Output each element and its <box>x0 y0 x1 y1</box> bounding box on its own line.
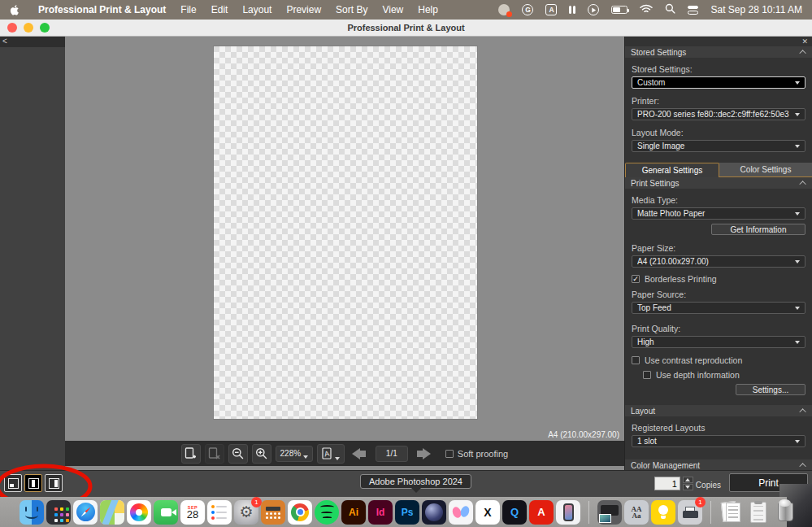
menu-help[interactable]: Help <box>418 4 438 15</box>
borderless-printing-label: Borderless Printing <box>645 274 717 284</box>
stepper-up-icon[interactable] <box>683 477 693 483</box>
use-contrast-reproduction-checkbox[interactable] <box>632 356 640 364</box>
get-information-button[interactable]: Get Information <box>711 224 805 235</box>
print-layout-app-icon[interactable] <box>597 500 622 525</box>
view-mode-thumbnails-button[interactable] <box>4 474 22 492</box>
grammarly-icon[interactable]: G <box>522 4 533 15</box>
svg-text:A: A <box>323 449 330 458</box>
stored-settings-dropdown[interactable]: Custom <box>632 76 805 89</box>
layout-mode-value: Single Image <box>637 142 795 150</box>
printer-label: Printer: <box>632 96 805 106</box>
paper-source-dropdown[interactable]: Top Feed <box>632 302 805 314</box>
wifi-icon[interactable] <box>640 4 653 16</box>
print-quality-dropdown[interactable]: High <box>632 336 805 348</box>
apple-menu-icon[interactable] <box>10 4 20 16</box>
copies-stepper[interactable] <box>683 477 693 490</box>
now-playing-icon[interactable] <box>588 4 599 15</box>
use-depth-information-toggle[interactable]: Use depth information <box>643 370 805 380</box>
layout-mode-dropdown[interactable]: Single Image <box>632 140 805 152</box>
registered-layouts-dropdown[interactable]: 1 slot <box>632 435 805 447</box>
view-mode-split-button[interactable] <box>45 474 63 492</box>
maps-icon[interactable] <box>100 500 124 525</box>
stepper-down-icon[interactable] <box>683 484 693 490</box>
spotify-icon[interactable] <box>315 500 339 525</box>
font-app-icon[interactable]: AA Aa <box>624 500 649 525</box>
menu-file[interactable]: File <box>180 4 196 15</box>
add-page-button[interactable] <box>181 444 201 464</box>
print-queue-icon[interactable]: 1 <box>678 500 702 525</box>
clipboard-icon[interactable] <box>746 500 771 525</box>
zoom-in-button[interactable] <box>252 444 271 464</box>
safari-icon[interactable] <box>73 500 98 525</box>
cinema4d-icon[interactable] <box>422 500 446 525</box>
next-page-button[interactable] <box>414 445 435 463</box>
close-panel-icon[interactable]: ✕ <box>801 37 808 46</box>
zoom-level-value: 228% <box>280 449 302 458</box>
photoshop-icon[interactable]: Ps <box>395 500 419 525</box>
calculator-icon[interactable] <box>261 500 285 525</box>
q-browser-icon[interactable]: Q <box>502 500 527 525</box>
facetime-icon[interactable] <box>154 500 178 525</box>
photos-icon[interactable] <box>127 500 151 525</box>
settings-button[interactable]: Settings... <box>736 384 805 395</box>
menubar-app-name[interactable]: Professional Print & Layout <box>38 4 166 15</box>
fit-view-dropdown[interactable]: A <box>317 444 345 464</box>
tab-general-settings[interactable]: General Settings <box>625 163 719 177</box>
media-type-dropdown[interactable]: Matte Photo Paper <box>632 207 805 220</box>
delete-page-button[interactable] <box>205 444 224 464</box>
borderless-printing-checkbox[interactable]: ✓ <box>632 275 640 283</box>
use-depth-information-checkbox[interactable] <box>643 371 651 379</box>
copies-input[interactable] <box>654 477 680 490</box>
spotlight-search-icon[interactable] <box>665 3 675 16</box>
menu-sortby[interactable]: Sort By <box>336 4 367 15</box>
capcut-icon[interactable]: X <box>475 500 500 525</box>
previous-page-button[interactable] <box>349 445 370 463</box>
print-settings-section-header[interactable]: Print Settings <box>625 177 812 189</box>
menu-layout[interactable]: Layout <box>242 4 271 15</box>
registered-layouts-value: 1 slot <box>637 437 795 446</box>
soft-proofing-checkbox[interactable] <box>445 450 454 458</box>
menubar-clock[interactable]: Sat Sep 28 10:11 AM <box>710 4 802 15</box>
stored-settings-section-header[interactable]: Stored Settings <box>625 46 812 58</box>
acrobat-icon[interactable]: A <box>529 500 554 525</box>
calendar-icon[interactable]: SEP 28 <box>180 500 205 525</box>
layout-section-header[interactable]: Layout <box>625 405 812 416</box>
menu-edit[interactable]: Edit <box>211 4 228 15</box>
airpods-icon[interactable] <box>569 6 575 14</box>
battery-icon[interactable] <box>611 6 627 14</box>
system-settings-icon[interactable]: ⚙ 1 <box>234 500 258 525</box>
iphone-mirroring-icon[interactable] <box>556 500 580 525</box>
indesign-icon[interactable]: Id <box>368 500 393 525</box>
chevron-up-icon <box>799 181 805 187</box>
zoom-level-dropdown[interactable]: 228% <box>276 446 313 462</box>
paper-source-value: Top Feed <box>637 303 795 312</box>
dock: SEP 28 ⚙ 1 Ai Id Ps X Q A AA Aa 1 <box>0 497 787 527</box>
dock-separator <box>710 501 711 524</box>
caret-down-icon <box>795 145 800 148</box>
printer-dropdown[interactable]: PRO-200 series fe80::dec2:c9ff:fe62:50e3 <box>632 108 805 120</box>
chrome-icon[interactable] <box>288 500 312 525</box>
color-management-section-header[interactable]: Color Management <box>625 459 812 471</box>
control-center-icon[interactable] <box>688 6 698 15</box>
status-app-badge-icon[interactable] <box>498 4 510 15</box>
soft-proofing-toggle[interactable]: Soft proofing <box>445 449 508 459</box>
view-mode-single-button[interactable] <box>24 474 42 492</box>
launchpad-icon[interactable] <box>46 500 71 525</box>
use-contrast-reproduction-toggle[interactable]: Use contrast reproduction <box>632 355 805 365</box>
meitu-icon[interactable] <box>449 500 473 525</box>
documents-stack-icon[interactable] <box>719 500 744 525</box>
menu-preview[interactable]: Preview <box>286 4 321 15</box>
input-source-icon[interactable]: A <box>545 4 557 15</box>
borderless-printing-toggle[interactable]: ✓ Borderless Printing <box>632 274 805 284</box>
trash-icon[interactable] <box>773 500 797 525</box>
menu-view[interactable]: View <box>382 4 403 15</box>
tips-icon[interactable] <box>651 500 675 525</box>
illustrator-icon[interactable]: Ai <box>341 500 366 525</box>
finder-icon[interactable] <box>20 500 44 525</box>
empty-page-preview[interactable] <box>214 46 477 419</box>
paper-size-dropdown[interactable]: A4 (210.00x297.00) <box>632 255 805 268</box>
collapse-thumbnails-button[interactable]: < <box>0 37 65 47</box>
tab-color-settings[interactable]: Color Settings <box>719 163 812 177</box>
reminders-icon[interactable] <box>207 500 232 525</box>
zoom-out-button[interactable] <box>228 444 248 464</box>
